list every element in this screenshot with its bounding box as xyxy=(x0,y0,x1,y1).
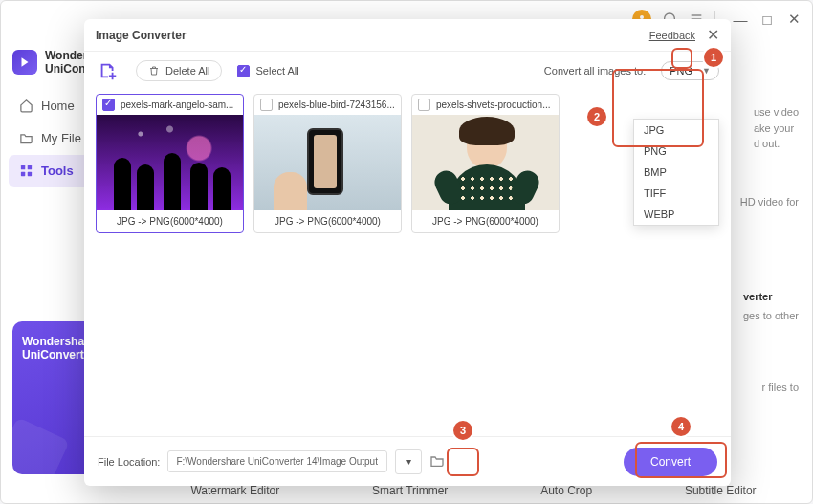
convert-to-label: Convert all images to: xyxy=(544,65,646,77)
select-all-check-icon xyxy=(237,65,250,77)
tool-trimmer[interactable]: Smart Trimmer xyxy=(372,484,448,497)
card-filename: pexels-shvets-production... xyxy=(436,99,553,110)
format-selected-value: PNG xyxy=(670,65,692,77)
select-all-checkbox[interactable]: Select All xyxy=(237,65,298,77)
card-footer: JPG -> PNG(6000*4000) xyxy=(254,210,401,232)
card-checkbox[interactable] xyxy=(102,99,115,111)
sidebar-item-label: Home xyxy=(41,99,75,113)
svg-rect-6 xyxy=(20,165,24,169)
format-option[interactable]: PNG xyxy=(634,141,718,162)
folder-icon xyxy=(18,131,33,146)
select-all-label: Select All xyxy=(255,65,298,77)
maximize-button[interactable]: □ xyxy=(758,11,776,28)
tools-icon xyxy=(18,164,33,179)
modal-footer: File Location: F:\Wondershare UniConvert… xyxy=(84,436,731,486)
close-button[interactable]: ✕ xyxy=(785,11,802,28)
open-folder-button[interactable] xyxy=(429,453,447,471)
card-thumbnail xyxy=(412,115,559,210)
delete-all-label: Delete All xyxy=(165,65,209,77)
add-files-button[interactable] xyxy=(96,58,121,83)
card-filename: pexels-mark-angelo-sam... xyxy=(121,99,237,110)
card-footer: JPG -> PNG(6000*4000) xyxy=(412,210,559,232)
format-dropdown: JPG PNG BMP TIFF WEBP xyxy=(633,119,719,226)
brand-logo xyxy=(12,50,37,75)
modal-toolbar: Delete All Select All Convert all images… xyxy=(84,52,731,90)
file-location-label: File Location: xyxy=(98,456,160,468)
home-icon xyxy=(18,99,33,114)
file-location-dropdown[interactable]: ▾ xyxy=(395,449,422,474)
tool-subtitle[interactable]: Subtitle Editor xyxy=(685,484,757,497)
image-gallery: pexels-mark-angelo-sam... JPG -> PNG(600… xyxy=(84,90,731,436)
modal-header: Image Converter Feedback ✕ xyxy=(84,19,731,52)
annotation-badge-1: 1 xyxy=(704,48,723,67)
bg-card-text-3: verterges to other xyxy=(743,288,799,326)
annotation-badge-2: 2 xyxy=(587,107,606,126)
image-card[interactable]: pexels-mark-angelo-sam... JPG -> PNG(600… xyxy=(96,94,244,233)
bg-card-text-4: r files to xyxy=(761,382,799,393)
convert-button[interactable]: Convert xyxy=(624,448,717,476)
bg-card-text-1: use videoake yourd out. xyxy=(754,104,799,152)
card-thumbnail xyxy=(254,115,401,210)
image-converter-modal: Image Converter Feedback ✕ Delete All Se… xyxy=(84,19,731,486)
tool-autocrop[interactable]: Auto Crop xyxy=(540,484,592,497)
format-option[interactable]: TIFF xyxy=(634,183,718,204)
sidebar-item-label: Tools xyxy=(41,164,74,178)
image-card[interactable]: pexels-shvets-production... JPG -> PNG(6… xyxy=(411,94,560,233)
chevron-down-icon: ▼ xyxy=(702,66,711,76)
image-card[interactable]: pexels-blue-bird-7243156... JPG -> PNG(6… xyxy=(253,94,402,233)
sidebar-item-label: My File xyxy=(41,131,81,145)
file-location-path[interactable]: F:\Wondershare UniConverter 14\Image Out… xyxy=(167,450,387,472)
modal-title: Image Converter xyxy=(96,29,187,42)
svg-rect-7 xyxy=(27,165,31,169)
promo-shape xyxy=(12,417,70,474)
bottom-tools-row: Watermark Editor Smart Trimmer Auto Crop… xyxy=(144,484,802,497)
chevron-down-icon: ▾ xyxy=(406,456,411,467)
annotation-badge-3: 3 xyxy=(453,421,472,440)
annotation-badge-4: 4 xyxy=(671,417,691,436)
svg-rect-9 xyxy=(27,172,31,176)
svg-rect-8 xyxy=(20,172,24,176)
format-option[interactable]: WEBP xyxy=(634,204,718,225)
minimize-button[interactable]: — xyxy=(732,11,749,28)
card-footer: JPG -> PNG(6000*4000) xyxy=(97,210,243,232)
delete-all-button[interactable]: Delete All xyxy=(136,60,222,81)
format-option[interactable]: JPG xyxy=(634,120,718,141)
modal-close-button[interactable]: ✕ xyxy=(707,26,719,44)
card-checkbox[interactable] xyxy=(418,99,430,111)
feedback-link[interactable]: Feedback xyxy=(649,30,695,41)
tool-watermark[interactable]: Watermark Editor xyxy=(190,484,279,497)
card-thumbnail xyxy=(97,115,243,210)
format-option[interactable]: BMP xyxy=(634,162,718,183)
card-checkbox[interactable] xyxy=(260,99,273,111)
card-filename: pexels-blue-bird-7243156... xyxy=(278,99,395,110)
bg-card-text-2: HD video for xyxy=(740,196,799,208)
